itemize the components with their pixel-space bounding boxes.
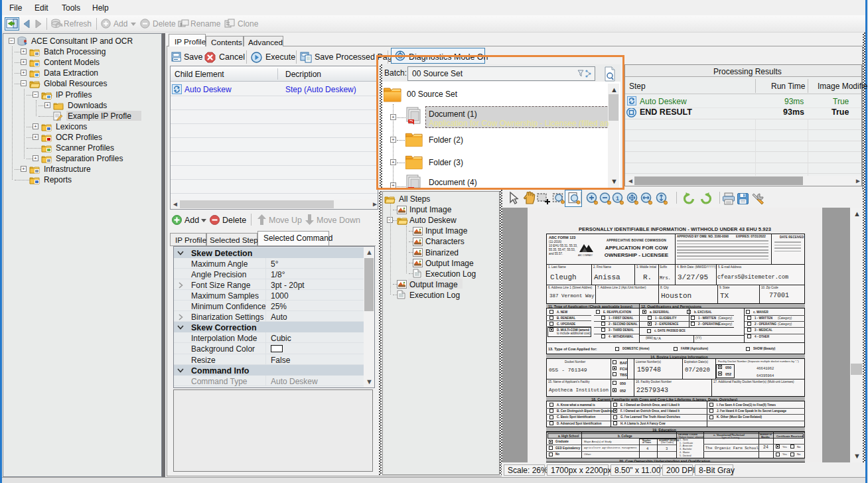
svg-text:1: 1 — [616, 195, 619, 202]
